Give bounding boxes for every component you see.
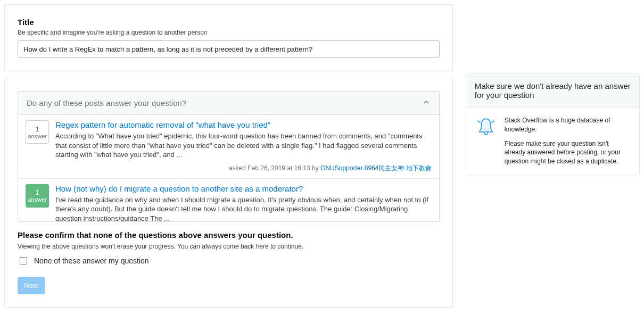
- confirm-hint: Viewing the above questions won't erase …: [18, 243, 440, 250]
- title-hint: Be specific and imagine you're asking a …: [18, 29, 440, 36]
- answer-count: 1: [35, 125, 39, 133]
- post-body: Regex pattern for automatic removal of "…: [55, 120, 432, 173]
- answer-count-box: 1answer: [26, 184, 49, 208]
- confirm-heading: Please confirm that none of the question…: [18, 230, 440, 239]
- similar-posts-header[interactable]: Do any of these posts answer your questi…: [18, 92, 439, 115]
- sidebar-tip-body: Stack Overflow is a huge database of kno…: [505, 116, 631, 166]
- sidebar-tip-p2: Please make sure your question isn't alr…: [505, 139, 631, 166]
- post-body: How (not why) do I migrate a question to…: [55, 184, 432, 221]
- none-answer-checkbox[interactable]: [20, 257, 27, 265]
- similar-post: 1answerRegex pattern for automatic remov…: [18, 115, 439, 179]
- similar-posts-box: Do any of these posts answer your questi…: [18, 91, 440, 222]
- sidebar-tip-heading: Make sure we don't already have an answe…: [466, 74, 639, 108]
- title-card: Title Be specific and imagine you're ask…: [4, 4, 453, 71]
- sidebar-tip-card: Make sure we don't already have an answe…: [466, 73, 640, 175]
- title-input[interactable]: [18, 40, 440, 58]
- review-card: Do any of these posts answer your questi…: [4, 78, 453, 308]
- bell-icon: [475, 116, 497, 166]
- post-meta: asked Feb 26, 2019 at 16:13 by GNUSuppor…: [55, 164, 432, 173]
- post-meta-prefix: asked Feb 26, 2019 at 16:13 by: [229, 164, 320, 172]
- similar-posts-heading: Do any of these posts answer your questi…: [27, 98, 186, 108]
- answer-count-label: answer: [28, 133, 46, 139]
- none-answer-row[interactable]: None of these answer my question: [18, 255, 440, 266]
- none-answer-label: None of these answer my question: [34, 257, 149, 265]
- confirm-block: Please confirm that none of the question…: [18, 230, 440, 294]
- post-title-link[interactable]: Regex pattern for automatic removal of "…: [55, 120, 432, 129]
- sidebar-tip-p1: Stack Overflow is a huge database of kno…: [505, 116, 631, 134]
- post-author-link[interactable]: GNUSupporter 8964民主女神 地下教會: [320, 164, 432, 172]
- similar-post: 1answerHow (not why) do I migrate a ques…: [18, 179, 439, 221]
- answer-count-box: 1answer: [26, 120, 49, 144]
- title-label: Title: [18, 18, 440, 27]
- next-button[interactable]: Next: [18, 277, 45, 294]
- svg-line-0: [477, 121, 480, 123]
- similar-posts-list[interactable]: 1answerRegex pattern for automatic remov…: [18, 115, 439, 221]
- answer-count-label: answer: [28, 196, 46, 203]
- answer-count: 1: [35, 188, 39, 196]
- chevron-up-icon: [422, 98, 431, 108]
- svg-line-1: [491, 121, 494, 123]
- post-excerpt: I've read the guidance on why and when I…: [55, 195, 432, 221]
- post-title-link[interactable]: How (not why) do I migrate a question to…: [55, 184, 432, 193]
- post-excerpt: According to "What have you tried" epide…: [55, 131, 432, 160]
